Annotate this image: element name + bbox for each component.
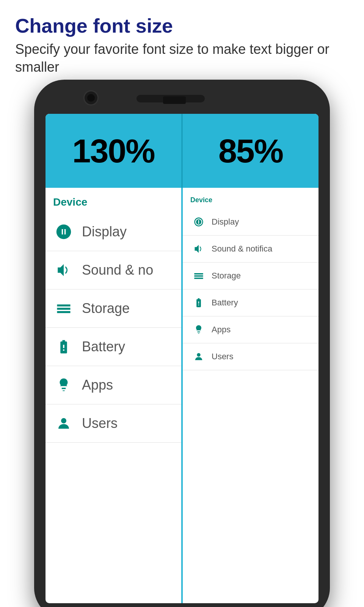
home-button[interactable] [163,96,186,104]
page-subtitle: Specify your favorite font size to make … [15,41,349,76]
list-item[interactable]: Apps [46,366,181,404]
apps-icon [53,374,74,396]
users-label: Users [82,415,118,431]
battery-label-small: Battery [212,298,238,308]
battery-label: Battery [82,339,125,355]
battery-icon [53,336,74,357]
left-panel: Device Display [46,188,183,603]
sound-icon-small [190,241,207,257]
percentage-bar: 130% 85% [46,114,318,188]
header-section: Change font size Specify your favorite f… [0,0,364,84]
phone-shell: 130% 85% Device [34,80,330,607]
list-item[interactable]: Battery [183,289,318,316]
users-label-small: Users [212,352,233,362]
sound-label: Sound & no [82,262,153,278]
page-title: Change font size [15,15,349,37]
apps-label: Apps [82,377,113,393]
phone-mockup: 130% 85% Device [34,80,330,607]
list-item[interactable]: Display [183,209,318,236]
section-header-right: Device [183,188,318,209]
sound-label-small: Sound & notifica [212,244,272,254]
sound-icon [53,259,74,281]
svg-point-0 [61,418,66,423]
list-item[interactable]: Apps [183,316,318,343]
left-percent: 130% [46,132,181,170]
apps-label-small: Apps [212,325,231,335]
apps-icon-small [190,321,207,338]
list-item[interactable]: Battery [46,328,181,366]
storage-label: Storage [82,300,130,316]
list-item[interactable]: Users [46,404,181,443]
list-item[interactable]: Users [183,343,318,370]
list-item[interactable]: Storage [46,289,181,328]
users-icon [53,413,74,434]
users-icon-small [190,348,207,365]
display-label: Display [82,224,127,240]
section-header-left: Device [46,188,181,213]
storage-icon [53,298,74,319]
storage-label-small: Storage [212,271,241,281]
list-item[interactable]: Storage [183,263,318,289]
list-item[interactable]: Sound & no [46,251,181,289]
right-panel: Device Display [183,188,318,603]
battery-icon-small [190,294,207,311]
camera-icon [83,90,99,105]
svg-point-1 [197,353,200,357]
display-icon [53,221,74,242]
display-label-small: Display [212,217,239,227]
right-percent: 85% [183,132,318,170]
list-item[interactable]: Sound & notifica [183,236,318,263]
storage-icon-small [190,267,207,284]
display-icon-small [190,214,207,230]
settings-container: Device Display [46,188,318,603]
list-item[interactable]: Display [46,213,181,251]
phone-screen: 130% 85% Device [46,114,318,603]
